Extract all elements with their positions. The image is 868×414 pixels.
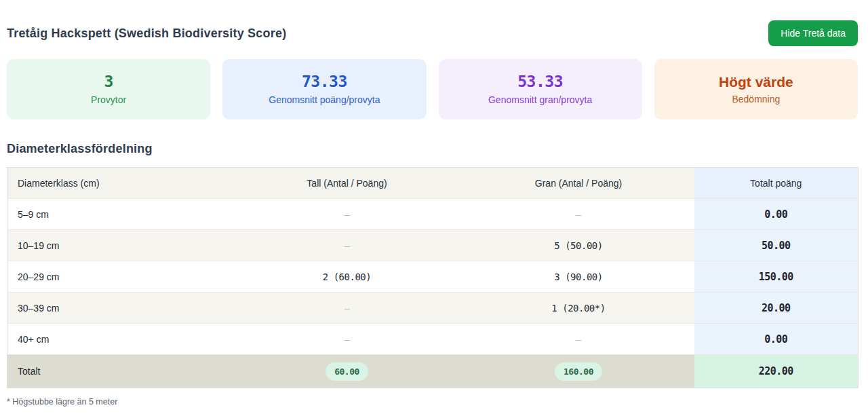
stat-label-avg-poang: Genomsnitt poäng/provyta xyxy=(269,94,380,105)
cell-totalt-poang: 0.00 xyxy=(694,199,859,230)
page: Tretåig Hackspett (Swedish Biodiversity … xyxy=(0,20,868,407)
cell-tall: – xyxy=(231,324,463,355)
cell-diameterklass: 30–39 cm xyxy=(7,293,231,324)
cell-tall: – xyxy=(231,293,463,324)
table-footer-row: Totalt 60.00 160.00 220.00 xyxy=(7,355,859,388)
cell-totalt-poang: 0.00 xyxy=(694,324,859,355)
cell-diameterklass: 10–19 cm xyxy=(7,230,231,261)
cell-totalt-poang: 50.00 xyxy=(694,230,859,261)
table-row: 30–39 cm – 1 (20.00*) 20.00 xyxy=(7,293,859,324)
page-title: Tretåig Hackspett (Swedish Biodiversity … xyxy=(7,26,286,41)
stat-value-avg-gran: 53.33 xyxy=(517,74,563,90)
stat-value-provytor: 3 xyxy=(104,74,113,90)
stat-card-avg-poang: 73.33 Genomsnitt poäng/provyta xyxy=(222,59,426,119)
footer-cell-tall-total: 60.00 xyxy=(231,355,463,388)
tall-total-badge: 60.00 xyxy=(326,362,368,381)
gran-total-badge: 160.00 xyxy=(555,362,602,381)
stat-card-bedomning: Högt värde Bedömning xyxy=(654,59,858,119)
column-header-diameterklass: Diameterklass (cm) xyxy=(7,168,231,199)
cell-diameterklass: 40+ cm xyxy=(7,324,231,355)
cell-diameterklass: 20–29 cm xyxy=(7,261,231,293)
column-header-totalt-poang: Totalt poäng xyxy=(694,168,859,199)
diameter-class-table: Diameterklass (cm) Tall (Antal / Poäng) … xyxy=(7,167,859,388)
footnote-hogstubbe: * Högstubbe lägre än 5 meter xyxy=(7,397,858,407)
footer-cell-gran-total: 160.00 xyxy=(463,355,694,388)
stat-label-provytor: Provytor xyxy=(91,94,126,105)
cell-totalt-poang: 20.00 xyxy=(694,293,859,324)
cell-tall: 2 (60.00) xyxy=(231,261,463,293)
table-header-row: Diameterklass (cm) Tall (Antal / Poäng) … xyxy=(7,168,859,199)
footer-cell-grand-total: 220.00 xyxy=(694,355,859,388)
cell-gran: 5 (50.00) xyxy=(463,230,694,261)
table-row: 40+ cm – – 0.00 xyxy=(7,324,859,355)
stat-value-bedomning: Högt värde xyxy=(719,75,793,89)
cell-gran: 3 (90.00) xyxy=(463,261,694,293)
stat-label-avg-gran: Genomsnitt gran/provyta xyxy=(488,94,592,105)
cell-gran: – xyxy=(463,199,694,230)
table-row: 10–19 cm – 5 (50.00) 50.00 xyxy=(7,230,859,261)
hide-treta-data-button[interactable]: Hide Tretå data xyxy=(768,20,858,46)
cell-tall: – xyxy=(231,199,463,230)
cell-tall: – xyxy=(231,230,463,261)
cell-gran: 1 (20.00*) xyxy=(463,293,694,324)
column-header-gran: Gran (Antal / Poäng) xyxy=(463,168,694,199)
stat-cards-row: 3 Provytor 73.33 Genomsnitt poäng/provyt… xyxy=(7,59,858,119)
header-bar: Tretåig Hackspett (Swedish Biodiversity … xyxy=(7,20,858,46)
section-title-diameterklassfordelning: Diameterklassfördelning xyxy=(7,142,858,156)
stat-card-provytor: 3 Provytor xyxy=(7,59,210,119)
table-row: 20–29 cm 2 (60.00) 3 (90.00) 150.00 xyxy=(7,261,859,293)
cell-gran: – xyxy=(463,324,694,355)
column-header-tall: Tall (Antal / Poäng) xyxy=(231,168,463,199)
cell-totalt-poang: 150.00 xyxy=(694,261,859,293)
stat-card-avg-gran: 53.33 Genomsnitt gran/provyta xyxy=(439,59,642,119)
stat-label-bedomning: Bedömning xyxy=(732,94,780,105)
cell-diameterklass: 5–9 cm xyxy=(7,199,231,230)
stat-value-avg-poang: 73.33 xyxy=(302,74,347,90)
table-row: 5–9 cm – – 0.00 xyxy=(7,199,859,230)
footer-label-totalt: Totalt xyxy=(7,355,231,388)
